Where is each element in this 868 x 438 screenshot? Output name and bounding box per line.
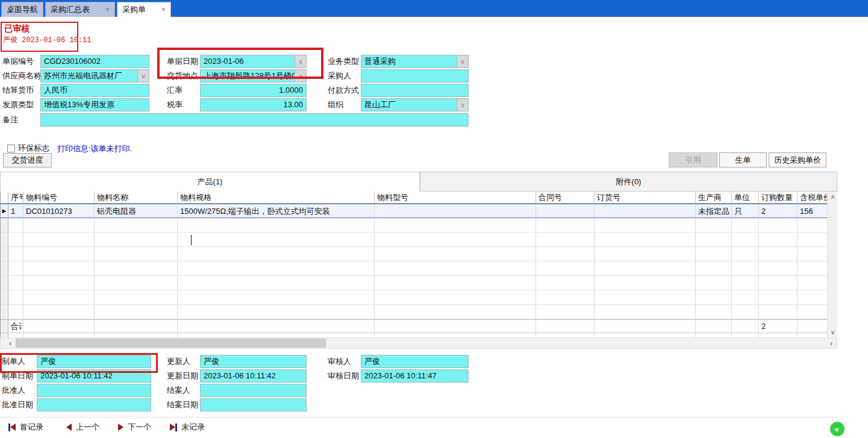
table-cell[interactable] <box>759 290 798 305</box>
close-date-field[interactable] <box>200 398 307 411</box>
table-cell[interactable] <box>8 290 23 305</box>
table-cell[interactable] <box>178 247 375 261</box>
biz-type-field[interactable]: 普通采购 ∨ <box>361 55 469 68</box>
table-cell[interactable] <box>696 276 732 290</box>
invoice-type-field[interactable]: 增值税13%专用发票 <box>40 98 149 111</box>
scroll-right-icon[interactable]: › <box>826 338 837 348</box>
table-cell[interactable] <box>375 290 536 305</box>
table-cell[interactable] <box>595 261 696 276</box>
header-cell[interactable]: 生产商 <box>696 192 732 204</box>
row-selector[interactable]: ▶ <box>1 204 8 218</box>
header-cell[interactable]: 订货号 <box>595 192 696 204</box>
table-cell[interactable] <box>798 261 828 276</box>
table-cell[interactable] <box>595 305 696 319</box>
table-cell[interactable] <box>798 233 828 247</box>
table-cell[interactable]: 156 <box>798 204 828 218</box>
chevron-down-icon[interactable]: ∨ <box>295 70 306 82</box>
table-cell[interactable] <box>696 233 732 247</box>
header-cell[interactable]: 订购数量 <box>759 192 798 204</box>
remark-field[interactable] <box>40 113 469 127</box>
table-cell[interactable]: 2 <box>759 204 798 218</box>
table-cell[interactable] <box>759 305 798 319</box>
table-cell[interactable] <box>23 247 95 261</box>
table-cell[interactable] <box>536 233 595 247</box>
table-cell[interactable]: 铝壳电阻器 <box>95 204 178 218</box>
last-record-button[interactable]: 末记录 <box>170 420 205 434</box>
row-selector[interactable] <box>1 276 8 290</box>
currency-field[interactable]: 人民币 <box>40 84 149 97</box>
table-cell[interactable] <box>375 233 536 247</box>
table-cell[interactable] <box>696 261 732 276</box>
table-cell[interactable] <box>95 261 178 276</box>
table-cell[interactable] <box>178 261 375 276</box>
payment-method-field[interactable] <box>361 84 469 97</box>
tab-purchase-summary[interactable]: 采购汇总表 × <box>45 2 115 17</box>
assistant-launcher-icon[interactable]: ▲ <box>830 422 845 436</box>
table-cell[interactable] <box>759 247 798 261</box>
table-cell[interactable] <box>375 247 536 261</box>
table-cell[interactable] <box>178 233 375 247</box>
table-cell[interactable] <box>798 290 828 305</box>
table-cell[interactable] <box>23 233 95 247</box>
table-cell[interactable] <box>595 218 696 233</box>
chevron-down-icon[interactable]: ∨ <box>137 70 149 82</box>
doc-date-field[interactable]: 2023-01-06 ∨ <box>200 55 307 68</box>
table-cell[interactable] <box>8 233 23 247</box>
table-cell[interactable] <box>732 218 759 233</box>
tab-desktop-nav[interactable]: 桌面导航 <box>1 2 43 17</box>
table-cell[interactable] <box>798 247 828 261</box>
delivery-place-field[interactable]: 上海市翔殷路128号1号楼C座 ∨ <box>200 69 307 83</box>
row-selector[interactable] <box>1 261 8 276</box>
table-cell[interactable] <box>8 218 23 233</box>
table-cell[interactable] <box>595 204 696 218</box>
table-cell[interactable] <box>732 233 759 247</box>
table-cell[interactable] <box>178 290 375 305</box>
delivery-progress-button[interactable]: 交货进度 <box>3 153 52 167</box>
table-cell[interactable] <box>732 276 759 290</box>
table-cell[interactable] <box>696 305 732 319</box>
table-cell[interactable] <box>375 305 536 319</box>
close-icon[interactable]: × <box>161 6 166 13</box>
tax-rate-field[interactable]: 13.00 <box>200 98 307 111</box>
table-cell[interactable] <box>8 305 23 319</box>
header-cell[interactable]: 物料名称 <box>95 192 178 204</box>
table-cell[interactable] <box>536 247 595 261</box>
table-cell[interactable] <box>23 261 95 276</box>
scrollbar-thumb[interactable] <box>16 339 326 348</box>
table-cell[interactable] <box>536 261 595 276</box>
header-cell[interactable]: 物料规格 <box>178 192 375 204</box>
table-cell[interactable] <box>23 305 95 319</box>
table-cell[interactable] <box>595 247 696 261</box>
table-cell[interactable] <box>536 218 595 233</box>
table-cell[interactable] <box>8 261 23 276</box>
table-cell[interactable] <box>23 290 95 305</box>
table-cell[interactable]: 只 <box>732 204 759 218</box>
row-selector[interactable] <box>1 218 8 233</box>
table-cell[interactable] <box>759 261 798 276</box>
table-cell[interactable] <box>178 276 375 290</box>
header-cell[interactable]: 物料型号 <box>375 192 536 204</box>
header-cell[interactable]: 物料编号 <box>23 192 95 204</box>
table-cell[interactable] <box>8 247 23 261</box>
table-cell[interactable] <box>95 233 178 247</box>
table-cell[interactable] <box>696 247 732 261</box>
table-cell[interactable]: DC01010273 <box>23 204 95 218</box>
table-cell[interactable]: 1500W/275Ω,端子输出，卧式立式均可安装 <box>178 204 375 218</box>
chevron-down-icon[interactable]: ∨ <box>457 55 468 67</box>
table-cell[interactable] <box>536 204 595 218</box>
row-selector[interactable] <box>1 305 8 319</box>
table-cell[interactable] <box>798 305 828 319</box>
table-cell[interactable] <box>798 276 828 290</box>
create-date-field[interactable]: 2023-01-06 10:11:42 <box>37 369 151 383</box>
header-cell[interactable]: 序号 <box>8 192 23 204</box>
horizontal-scrollbar[interactable]: ‹ › <box>0 337 837 349</box>
scroll-down-icon[interactable]: ∨ <box>828 327 837 337</box>
scroll-left-icon[interactable]: ‹ <box>5 338 16 348</box>
table-cell[interactable] <box>759 218 798 233</box>
tab-purchase-order[interactable]: 采购单 × <box>117 2 171 17</box>
tab-products[interactable]: 产品(1) <box>0 172 420 192</box>
history-price-button[interactable]: 历史采购单价 <box>769 152 826 167</box>
tab-attachments[interactable]: 附件(0) <box>420 172 837 192</box>
table-cell[interactable] <box>375 261 536 276</box>
audit-date-field[interactable]: 2023-01-06 10:11:47 <box>361 369 469 383</box>
